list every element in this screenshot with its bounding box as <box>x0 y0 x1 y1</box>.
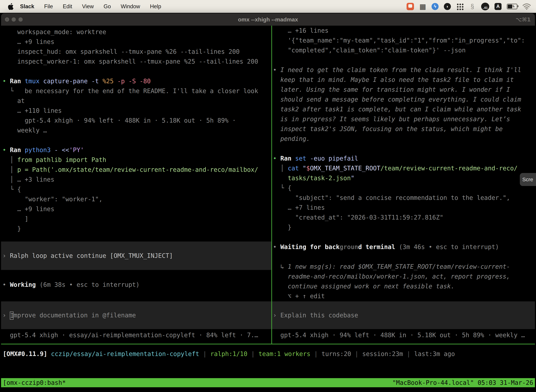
tmux-pane-right[interactable]: … +16 lines '{"team_name":"my-team","tas… <box>272 26 535 344</box>
terminal-text: gpt-5.4 xhigh · essay/ai-reimplementatio… <box>2 331 258 339</box>
terminal-line: └ be necessary for the end of the README… <box>2 86 258 96</box>
terminal-line: • Waiting for background terminal (3m 46… <box>273 242 499 252</box>
apple-logo-icon[interactable] <box>8 3 14 10</box>
prompt-suggestion[interactable]: › Explain this codebase <box>272 301 535 329</box>
terminal-text: %25 <box>103 78 114 85</box>
input-source-icon[interactable]: A <box>494 3 502 10</box>
terminal-line: "worker": "worker-1", <box>2 194 103 204</box>
menu-app-name[interactable]: Slack <box>14 0 39 13</box>
terminal-text: | <box>199 350 210 357</box>
battery-icon[interactable]: ϟ <box>507 4 517 9</box>
terminal-line: • Ran tmux capture-pane -t %25 -p -S -80 <box>2 76 151 86</box>
screen-share-overlay[interactable]: Scre <box>520 173 536 186</box>
shield-grid-icon[interactable]: ▦ <box>419 2 426 11</box>
terminal-line: └ { <box>2 184 21 194</box>
macos-menu-bar: Slack File Edit View Go Window Help ▦ϟ◗§… <box>0 0 536 13</box>
terminal-text: I need to get the claim token from the c… <box>280 66 521 73</box>
battery-bolt-glyph: ϟ <box>513 5 515 9</box>
terminal-text: … +16 lines <box>273 27 329 34</box>
terminal-text: inspect task2's JSON, focusing on the st… <box>273 125 502 132</box>
terminal-text: ↳ <box>273 263 288 270</box>
terminal-line: gpt-5.4 xhigh · 94% left · 488K in · 5.1… <box>2 116 236 125</box>
terminal-text: Ran <box>280 155 291 162</box>
terminal-text: $ <box>306 165 310 172</box>
terminal-line: weekly … <box>2 125 47 135</box>
terminal-text: should send a message before completing … <box>273 96 521 103</box>
bolt-circle-icon[interactable]: ϟ <box>431 3 439 10</box>
moon-circle-icon[interactable]: ◗ <box>444 3 451 10</box>
chat-app-icon[interactable] <box>407 3 414 10</box>
dots-grid-icon[interactable] <box>456 3 464 10</box>
terminal-line: pending. <box>273 134 310 144</box>
menu-item-view[interactable]: View <box>77 0 99 13</box>
terminal-text: cczip/essay/ai-reimplementation-copyleft <box>47 350 199 357</box>
terminal-text: │ <box>273 165 288 172</box>
prompt-input[interactable]: › Improve documentation in @filename <box>1 301 271 329</box>
prompt-input-text: › Improve documentation in @filename <box>2 310 136 320</box>
terminal-text: continue assigned work or next feasible … <box>273 283 455 290</box>
terminal-line: │ … +3 lines <box>2 175 54 184</box>
terminal-text: tmux <box>21 78 39 85</box>
terminal-content: workspace_mode: worktree … +9 lines insp… <box>1 26 535 392</box>
terminal-text: tasks/task-2.json <box>273 175 351 182</box>
pane-divider-vertical[interactable] <box>271 26 272 344</box>
ralph-loop-banner: › Ralph loop active continue [OMX_TMUX_I… <box>1 242 271 270</box>
ralph-loop-banner-text: › Ralph loop active continue [OMX_TMUX_I… <box>2 251 173 261</box>
terminal-text: Ran <box>10 78 21 85</box>
terminal-line: } <box>273 222 291 232</box>
prompt-suggestion-text: › Explain this codebase <box>273 310 358 320</box>
terminal-text: } <box>273 224 291 231</box>
terminal-text: is in progress? It seems likely but perh… <box>273 116 510 123</box>
terminal-line: … +9 lines <box>2 37 54 47</box>
terminal-line: inspect_worker-1: omx sparkshell --tmux-… <box>2 56 258 66</box>
tmux-pane-left[interactable]: workspace_mode: worktree … +9 lines insp… <box>1 26 271 344</box>
terminal-line: task2 after task1 is complete, but can I… <box>273 104 521 114</box>
terminal-text: • <box>2 146 10 154</box>
terminal-text: "created_at": "2026-03-31T11:59:27.816Z" <box>273 214 443 221</box>
terminal-text: " <box>299 165 306 172</box>
terminal-text: last:3m ago <box>414 350 455 357</box>
terminal-text: | <box>310 350 321 357</box>
menu-item-edit[interactable]: Edit <box>58 0 77 13</box>
menu-item-go[interactable]: Go <box>99 0 116 13</box>
terminal-text: │ <box>2 156 17 163</box>
terminal-text: └ { <box>2 186 21 193</box>
terminal-text: • <box>273 155 280 162</box>
terminal-text: "worker": "worker-1", <box>2 196 103 203</box>
terminal-line: inspect task2's JSON, focusing on the st… <box>273 124 502 134</box>
terminal-text: 1 new msg(s): read $OMX_TEAM_STATE_ROOT/… <box>288 263 510 270</box>
terminal-text: inspect_hud: omx sparkshell --tmux-pane … <box>2 48 240 55</box>
terminal-line: is in progress? It seems likely but perh… <box>273 114 510 124</box>
terminal-line: workspace_mode: worktree <box>2 27 106 37</box>
terminal-line: keep that in mind. Maybe I also need the… <box>273 75 514 85</box>
terminal-text: - << <box>51 146 69 154</box>
terminal-text: › Explain this codebase <box>273 312 358 319</box>
terminal-line: │ p = Path('.omx/state/team/review-curre… <box>2 165 258 175</box>
pane-divider-horizontal <box>1 344 535 344</box>
terminal-line: at <box>2 96 25 106</box>
squiggle-icon[interactable]: § <box>469 2 476 11</box>
terminal-text: workspace_mode: worktree <box>2 28 106 36</box>
terminal-text: Working <box>10 281 36 288</box>
menu-item-file[interactable]: File <box>39 0 58 13</box>
timer-circle-icon[interactable]: ..61 <box>481 3 489 10</box>
terminal-text: '{"team_name":"my-team","task_id":"1","f… <box>273 37 525 44</box>
tmux-status-bar: [omx-cczip0:bash* "MacBook-Pro-44.local"… <box>1 378 535 387</box>
terminal-window: omx --xhigh --madmax ⌥⌘1 workspace_mode:… <box>1 13 535 392</box>
terminal-text: ⌥ + ↑ edit <box>273 293 325 300</box>
terminal-text: | <box>351 350 362 357</box>
terminal-text: groun <box>340 243 358 250</box>
terminal-line: gpt-5.4 xhigh · essay/ai-reimplementatio… <box>2 330 258 340</box>
terminal-line: … +16 lines <box>273 26 329 36</box>
terminal-line: readme-and-reco/mailbox/worker-1.json, a… <box>273 271 510 281</box>
wifi-icon[interactable] <box>523 2 531 11</box>
window-title-bar[interactable]: omx --xhigh --madmax ⌥⌘1 <box>1 13 535 26</box>
terminal-line: • Ran set -euo pipefail <box>273 154 358 163</box>
menu-item-help[interactable]: Help <box>145 0 166 13</box>
menu-left: Slack File Edit View Go Window Help <box>0 0 166 13</box>
omx-status-line: [OMX#0.11.9] cczip/essay/ai-reimplementa… <box>3 349 455 359</box>
terminal-text: d terminal <box>358 243 395 250</box>
menu-item-window[interactable]: Window <box>116 0 145 13</box>
terminal-text: │ … +3 lines <box>2 176 54 183</box>
terminal-line: "subject": "send a concise recommendatio… <box>273 193 510 203</box>
